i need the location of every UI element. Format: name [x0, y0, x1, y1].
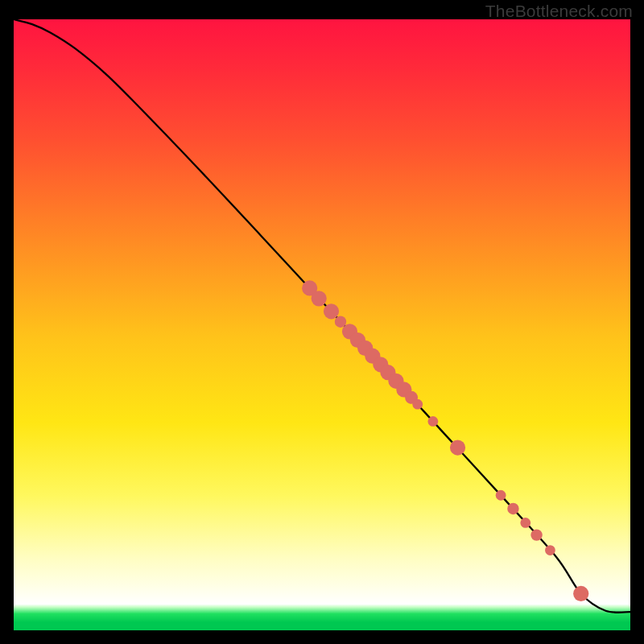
data-point — [324, 303, 339, 319]
data-point — [545, 545, 555, 555]
data-point — [427, 416, 438, 427]
chart-stage: TheBottleneck.com — [0, 0, 644, 644]
data-point — [520, 518, 530, 528]
data-point — [450, 440, 465, 455]
watermark-label: TheBottleneck.com — [485, 2, 633, 21]
data-point — [573, 586, 588, 601]
data-point — [312, 291, 327, 306]
bottleneck-curve — [14, 19, 630, 613]
points-layer — [302, 280, 588, 601]
data-point — [496, 490, 506, 501]
chart-svg — [14, 19, 630, 630]
data-point — [530, 529, 542, 540]
data-point — [507, 503, 518, 514]
data-point — [412, 399, 423, 410]
curve-layer — [14, 19, 630, 613]
